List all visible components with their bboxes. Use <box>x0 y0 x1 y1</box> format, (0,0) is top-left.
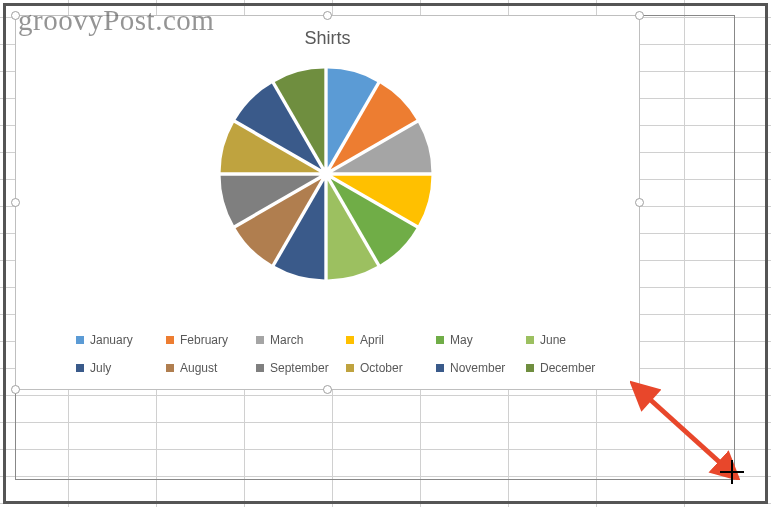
legend-item[interactable]: January <box>76 333 166 347</box>
legend-label: July <box>90 361 111 375</box>
legend-item[interactable]: May <box>436 333 526 347</box>
legend-label: September <box>270 361 329 375</box>
resize-handle-bottom-left[interactable] <box>11 385 20 394</box>
chart-legend[interactable]: JanuaryFebruaryMarchAprilMayJuneJulyAugu… <box>76 333 616 375</box>
legend-item[interactable]: October <box>346 361 436 375</box>
legend-label: August <box>180 361 217 375</box>
legend-swatch-icon <box>166 364 174 372</box>
legend-item[interactable]: November <box>436 361 526 375</box>
legend-label: June <box>540 333 566 347</box>
resize-handle-bottom[interactable] <box>323 385 332 394</box>
legend-item[interactable]: April <box>346 333 436 347</box>
legend-swatch-icon <box>526 336 534 344</box>
resize-handle-top-right[interactable] <box>635 11 644 20</box>
legend-label: February <box>180 333 228 347</box>
legend-label: March <box>270 333 303 347</box>
legend-item[interactable]: June <box>526 333 616 347</box>
pie-chart[interactable] <box>216 64 436 284</box>
legend-swatch-icon <box>346 336 354 344</box>
legend-swatch-icon <box>436 364 444 372</box>
legend-item[interactable]: August <box>166 361 256 375</box>
resize-handle-left[interactable] <box>11 198 20 207</box>
legend-label: December <box>540 361 595 375</box>
legend-swatch-icon <box>166 336 174 344</box>
legend-swatch-icon <box>76 364 84 372</box>
legend-swatch-icon <box>76 336 84 344</box>
legend-item[interactable]: March <box>256 333 346 347</box>
legend-item[interactable]: July <box>76 361 166 375</box>
resize-handle-top[interactable] <box>323 11 332 20</box>
chart-object[interactable]: Shirts JanuaryFebruaryMarchAprilMayJuneJ… <box>15 15 640 390</box>
legend-swatch-icon <box>256 336 264 344</box>
legend-swatch-icon <box>346 364 354 372</box>
legend-label: November <box>450 361 505 375</box>
chart-title[interactable]: Shirts <box>16 28 639 49</box>
resize-handle-top-left[interactable] <box>11 11 20 20</box>
legend-item[interactable]: February <box>166 333 256 347</box>
legend-item[interactable]: December <box>526 361 616 375</box>
legend-swatch-icon <box>436 336 444 344</box>
resize-handle-right[interactable] <box>635 198 644 207</box>
legend-swatch-icon <box>256 364 264 372</box>
legend-label: January <box>90 333 133 347</box>
legend-swatch-icon <box>526 364 534 372</box>
legend-label: May <box>450 333 473 347</box>
legend-item[interactable]: September <box>256 361 346 375</box>
legend-label: October <box>360 361 403 375</box>
legend-label: April <box>360 333 384 347</box>
resize-handle-bottom-right[interactable] <box>635 385 644 394</box>
